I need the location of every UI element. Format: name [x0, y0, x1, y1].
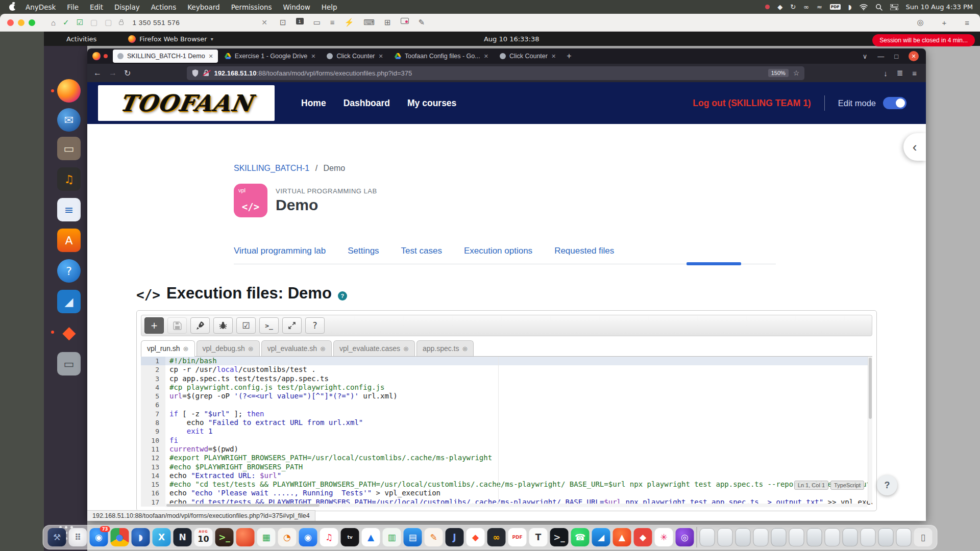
- permission-checkbox-icon[interactable]: ☑: [77, 18, 83, 27]
- firefox-view-icon[interactable]: [92, 52, 101, 60]
- menu-icon[interactable]: ≡: [912, 69, 917, 78]
- menubar-item[interactable]: Actions: [145, 3, 182, 11]
- breadcrumb-course-link[interactable]: SKILLING_BATCH-1: [234, 164, 309, 172]
- safari[interactable]: ◉ 73: [90, 528, 108, 546]
- 5[interactable]: 5 url=$(grep -oP '(?<=<url value=")[^"]*…: [141, 392, 872, 400]
- 9[interactable]: 9 exit 1: [141, 427, 872, 436]
- launchpad[interactable]: ⠿: [69, 528, 87, 546]
- ubuntu-clock[interactable]: Aug 10 16:33:38: [484, 32, 540, 46]
- dock-app-red[interactable]: [236, 528, 255, 546]
- 16[interactable]: 16 echo "echo 'Please wait ....., Runnin…: [141, 489, 872, 497]
- menubar-status-icon[interactable]: ◆: [777, 3, 782, 11]
- textedit[interactable]: T: [529, 528, 548, 546]
- window-close-button[interactable]: [7, 19, 14, 26]
- zoom-level-badge[interactable]: 150%: [768, 69, 789, 77]
- activity-tab[interactable]: Test cases: [401, 246, 442, 256]
- dock-separator[interactable]: [697, 527, 697, 547]
- open-block-drawer-button[interactable]: ‹: [903, 133, 926, 161]
- menubar-item[interactable]: Help: [316, 3, 343, 11]
- bookmark-star-icon[interactable]: ☆: [793, 69, 800, 77]
- close-file-icon[interactable]: ⊗: [403, 345, 409, 353]
- anydesk[interactable]: ◆: [634, 528, 652, 546]
- vertical-scrollbar[interactable]: [868, 357, 872, 503]
- 10[interactable]: 10 fi: [141, 436, 872, 445]
- url-bar[interactable]: 192.168.51.10:88/toofaan/mod/vpl/forms/e…: [187, 66, 804, 80]
- close-tab-icon[interactable]: ✕: [209, 53, 213, 60]
- search-icon[interactable]: [875, 4, 883, 11]
- iterm[interactable]: >_: [550, 528, 569, 546]
- close-tab-icon[interactable]: ✕: [551, 53, 556, 60]
- 15[interactable]: 15 #echo "cd test/tests && PLAYWRIGHT_BR…: [141, 480, 872, 489]
- insecure-lock-icon[interactable]: [203, 69, 209, 77]
- disk-utility[interactable]: ▭: [57, 352, 81, 375]
- menubar-item[interactable]: Permissions: [226, 3, 278, 11]
- files[interactable]: ▭: [57, 137, 81, 160]
- url-text[interactable]: 192.168.51.10:88/toofaan/mod/vpl/forms/e…: [214, 69, 412, 77]
- monitor-1-icon[interactable]: 1: [296, 18, 304, 24]
- close-window-button[interactable]: ✕: [909, 51, 919, 61]
- window-preview[interactable]: [807, 528, 822, 546]
- firefox[interactable]: [57, 79, 81, 103]
- photos[interactable]: ✳: [655, 528, 673, 546]
- code-editor[interactable]: 1 #!/bin/bash 2 cp -r /usr/local/customl…: [141, 357, 872, 507]
- window-preview[interactable]: [861, 528, 876, 546]
- actions-icon[interactable]: ⚡: [345, 18, 354, 27]
- google-drive[interactable]: ▲: [362, 528, 380, 546]
- window-preview[interactable]: [753, 528, 769, 546]
- menubar-item[interactable]: Display: [109, 3, 145, 11]
- browser-tab[interactable]: Click Counter ✕: [322, 49, 387, 63]
- help-icon[interactable]: ?: [338, 291, 347, 300]
- menubar-item[interactable]: Edit: [84, 3, 109, 11]
- numbers[interactable]: ▥: [383, 528, 401, 546]
- menubar-item[interactable]: Window: [278, 3, 316, 11]
- file-tab[interactable]: vpl_evaluate.cases ⊗: [333, 340, 415, 356]
- browser-tab[interactable]: SKILLING_BATCH-1 Demo ✕: [113, 49, 218, 63]
- menubar-status-icon[interactable]: ≈: [817, 3, 822, 11]
- close-tab-icon[interactable]: ✕: [484, 53, 488, 60]
- window-zoom-button[interactable]: [29, 19, 35, 26]
- keyboard-icon[interactable]: ⌨: [363, 18, 375, 27]
- window-preview[interactable]: [896, 528, 912, 546]
- browser-tab[interactable]: Click Counter ✕: [495, 49, 560, 63]
- 14[interactable]: 14 echo "Extracted URL: $url": [141, 471, 872, 480]
- window-preview[interactable]: [843, 528, 858, 546]
- close-session-icon[interactable]: ✕: [261, 18, 267, 27]
- menubar-item[interactable]: Keyboard: [182, 3, 225, 11]
- fullscreen-icon[interactable]: ▭: [313, 18, 321, 27]
- downloads-icon[interactable]: ↓: [884, 69, 888, 78]
- wifi-icon[interactable]: [860, 4, 868, 10]
- rhythmbox[interactable]: ♫: [57, 167, 81, 191]
- apple-music[interactable]: ♫: [320, 528, 338, 546]
- window-preview[interactable]: [771, 528, 787, 546]
- menubar-status-icon[interactable]: ∞: [803, 3, 809, 11]
- 13[interactable]: 13 #echo $PLAYWRIGHT_BROWSERS_PATH: [141, 463, 872, 471]
- diamond-app[interactable]: ◆: [57, 320, 81, 344]
- ubuntu-software[interactable]: A: [57, 229, 81, 252]
- pdf-viewer[interactable]: PDF: [508, 528, 527, 546]
- display-settings-icon[interactable]: ⊞: [384, 18, 391, 27]
- nav-my-courses[interactable]: My courses: [407, 98, 456, 109]
- back-button[interactable]: ←: [93, 68, 102, 78]
- horizontal-scrollbar[interactable]: [165, 504, 867, 507]
- window-preview[interactable]: [878, 528, 894, 546]
- zoom[interactable]: ◉: [299, 528, 317, 546]
- dock-app-sheet[interactable]: ▦: [257, 528, 276, 546]
- edit-mode-toggle[interactable]: [883, 97, 906, 109]
- brave[interactable]: ▲: [613, 528, 631, 546]
- whiteboard-pen-icon[interactable]: ✎: [419, 18, 425, 27]
- anydesk-menu-icon[interactable]: ≡: [965, 18, 969, 27]
- list-all-tabs-icon[interactable]: ∨: [863, 53, 868, 60]
- help[interactable]: ?: [57, 259, 81, 283]
- dock-app-tools[interactable]: ⚒: [48, 528, 66, 546]
- activity-tab[interactable]: Settings: [348, 246, 379, 256]
- dock-app-kite[interactable]: ◆: [467, 528, 485, 546]
- window-preview[interactable]: [825, 528, 840, 546]
- file-transfer-icon[interactable]: ⊡: [280, 18, 286, 27]
- anydesk-account-icon[interactable]: ◎: [917, 18, 923, 27]
- library-icon[interactable]: ≣: [897, 68, 903, 78]
- minimize-window-icon[interactable]: —: [877, 53, 884, 60]
- close-tab-icon[interactable]: ✕: [311, 53, 315, 60]
- 4[interactable]: 4 #cp playwright.config.js test/playwrig…: [141, 383, 872, 392]
- record-session-icon[interactable]: [401, 18, 409, 24]
- 7[interactable]: 7 if [ -z "$url" ]; then: [141, 410, 872, 418]
